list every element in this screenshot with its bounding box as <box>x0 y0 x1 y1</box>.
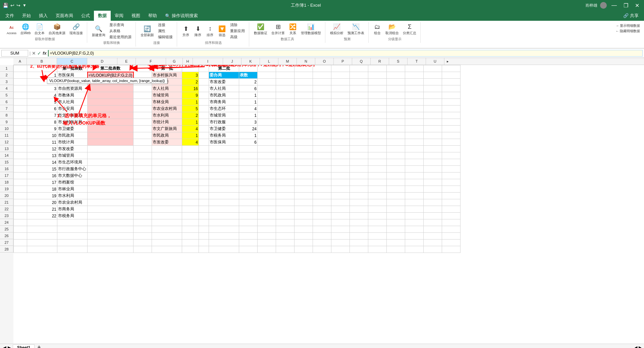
cell-19-4[interactable] <box>88 186 133 193</box>
cell-22-9[interactable] <box>209 206 239 213</box>
cell-2-13[interactable] <box>294 72 313 79</box>
cell-5-9[interactable]: 市民政局 <box>209 92 239 99</box>
cell-24-6[interactable] <box>152 219 182 226</box>
cell-19-10[interactable] <box>239 186 258 193</box>
cell-3-14[interactable] <box>313 79 331 85</box>
cell-10-10[interactable]: 24 <box>239 126 258 132</box>
cell-18-6[interactable] <box>152 179 182 186</box>
col-header-L[interactable]: L <box>260 58 278 65</box>
cell-15-3[interactable]: 市生态环境局 <box>57 159 88 166</box>
cell-27-13[interactable] <box>294 239 313 246</box>
cell-9-10[interactable]: 3 <box>239 119 258 126</box>
cell-13-13[interactable] <box>294 146 313 152</box>
cell-9-14[interactable] <box>313 119 331 126</box>
col-header-A[interactable]: A <box>13 58 27 65</box>
cell-7-4[interactable] <box>88 106 133 112</box>
edit-links-button[interactable]: 编辑链接 <box>157 34 174 40</box>
cell-1-12[interactable] <box>276 65 294 72</box>
cell-1-5[interactable] <box>133 65 152 72</box>
cell-21-12[interactable] <box>276 199 294 206</box>
cell-26-5[interactable] <box>133 233 152 239</box>
cell-13-5[interactable] <box>133 146 152 152</box>
cell-15-6[interactable] <box>152 159 182 166</box>
cell-27-12[interactable] <box>276 239 294 246</box>
cell-16-12[interactable] <box>276 166 294 172</box>
cell-7-9[interactable]: 市生态环 <box>209 106 239 112</box>
row-header-21[interactable]: 21 <box>0 199 13 206</box>
cell-19-3[interactable]: 市林业局 <box>57 186 88 193</box>
cell-3-1[interactable] <box>14 79 27 85</box>
customize-icon[interactable]: ▼ <box>22 3 26 8</box>
cell-17-11[interactable] <box>258 172 276 179</box>
cell-14-11[interactable] <box>258 152 276 159</box>
cell-4-11[interactable] <box>258 85 276 92</box>
cell-reference[interactable] <box>1 50 28 57</box>
cell-20-17[interactable] <box>368 193 387 199</box>
cell-15-19[interactable] <box>405 159 424 166</box>
cell-25-16[interactable] <box>350 226 368 233</box>
cell-7-17[interactable] <box>368 106 387 112</box>
cell-24-5[interactable] <box>133 219 152 226</box>
cell-10-19[interactable] <box>405 126 424 132</box>
cell-25-9[interactable] <box>209 226 239 233</box>
cell-23-4[interactable] <box>88 213 133 219</box>
cell-25-12[interactable] <box>276 226 294 233</box>
cell-9-5[interactable] <box>133 119 152 126</box>
cell-16-5[interactable] <box>133 166 152 172</box>
cell-11-20[interactable] <box>424 132 442 139</box>
cell-14-1[interactable] <box>14 152 27 159</box>
cell-21-19[interactable] <box>405 199 424 206</box>
cell-15-13[interactable] <box>294 159 313 166</box>
cell-11-4[interactable] <box>88 132 133 139</box>
cell-14-10[interactable] <box>239 152 258 159</box>
cell-11-16[interactable] <box>350 132 368 139</box>
cell-12-20[interactable] <box>424 139 442 146</box>
cell-25-19[interactable] <box>405 226 424 233</box>
cell-8-5[interactable] <box>133 112 152 119</box>
row-header-19[interactable]: 19 <box>0 186 13 192</box>
cell-18-12[interactable] <box>276 179 294 186</box>
cell-1-3[interactable]: 第一批表数 <box>57 65 88 72</box>
cell-27-17[interactable] <box>368 239 387 246</box>
cell-8-18[interactable] <box>387 112 405 119</box>
cell-12-12[interactable] <box>276 139 294 146</box>
cell-1-9[interactable]: 第二批 <box>209 65 239 72</box>
cell-14-7[interactable] <box>182 152 199 159</box>
row-header-16[interactable]: 16 <box>0 165 13 172</box>
cell-2-10[interactable]: 表数 <box>239 72 258 79</box>
cell-6-11[interactable] <box>258 99 276 106</box>
cell-8-20[interactable] <box>424 112 442 119</box>
cell-26-19[interactable] <box>405 233 424 239</box>
cell-23-19[interactable] <box>405 213 424 219</box>
cell-20-7[interactable] <box>182 193 199 199</box>
cell-16-19[interactable] <box>405 166 424 172</box>
cell-27-7[interactable] <box>182 239 199 246</box>
cell-6-14[interactable] <box>313 99 331 106</box>
cell-18-14[interactable] <box>313 179 331 186</box>
cell-8-10[interactable]: 1 <box>239 112 258 119</box>
cell-22-8[interactable] <box>199 206 209 213</box>
cell-3-19[interactable] <box>405 79 424 85</box>
cell-4-13[interactable] <box>294 85 313 92</box>
cell-11-3[interactable]: 市民政局 <box>57 132 88 139</box>
cell-23-2[interactable]: 22 <box>27 213 57 219</box>
col-header-T[interactable]: T <box>408 58 426 65</box>
cell-26-17[interactable] <box>368 233 387 239</box>
tab-view[interactable]: 视图 <box>127 11 144 21</box>
cell-17-20[interactable] <box>424 172 442 179</box>
cell-17-13[interactable] <box>294 172 313 179</box>
cell-6-4[interactable] <box>88 99 133 106</box>
cell-16-3[interactable]: 市行政服务中心 <box>57 166 88 172</box>
cell-7-12[interactable] <box>276 106 294 112</box>
sort-desc-button[interactable]: ⬇ 降序 <box>193 24 203 38</box>
cell-7-21[interactable] <box>442 106 461 112</box>
cell-20-19[interactable] <box>405 193 424 199</box>
cell-20-5[interactable] <box>133 193 152 199</box>
cell-14-16[interactable] <box>350 152 368 159</box>
cell-22-16[interactable] <box>350 206 368 213</box>
cell-15-12[interactable] <box>276 159 294 166</box>
cell-19-11[interactable] <box>258 186 276 193</box>
col-header-J[interactable]: J <box>223 58 241 65</box>
cell-28-6[interactable] <box>152 246 182 253</box>
add-sheet-button[interactable]: + <box>37 344 41 348</box>
